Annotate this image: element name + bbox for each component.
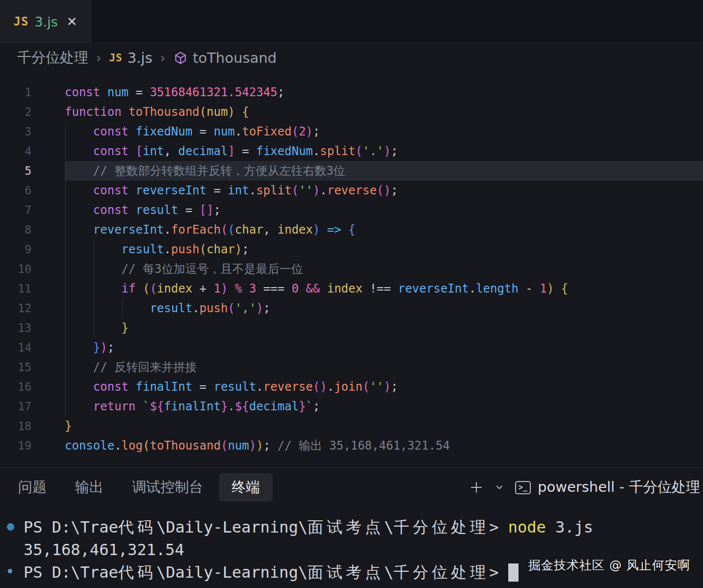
- code-line[interactable]: 11 if ((index + 1) % 3 === 0 && index !=…: [0, 279, 703, 298]
- code-line[interactable]: 19console.log(toThousand(num)); // 输出 35…: [0, 436, 703, 455]
- line-number: 14: [0, 338, 31, 357]
- tab-filename: 3.js: [34, 14, 57, 29]
- code-line-content[interactable]: });: [65, 338, 703, 357]
- code-line[interactable]: 9 result.push(char);: [0, 240, 703, 259]
- code-line[interactable]: 13 }: [0, 318, 703, 338]
- code-line[interactable]: 4 const [int, decimal] = fixedNum.split(…: [0, 141, 703, 161]
- code-line[interactable]: 6 const reverseInt = int.split('').rever…: [0, 181, 703, 200]
- terminal-line: PS D:\Trae代码\Daily-Learning\面试考点\千分位处理> …: [24, 516, 703, 538]
- code-line[interactable]: 7 const result = [];: [0, 200, 703, 220]
- code-line[interactable]: 17 return `${finalInt}.${decimal}`;: [0, 397, 703, 416]
- code-line-content[interactable]: // 反转回来并拼接: [65, 357, 703, 377]
- tab-3js[interactable]: JS 3.js ✕: [0, 0, 91, 43]
- chevron-right-icon: ›: [96, 51, 101, 65]
- line-number: 13: [0, 318, 31, 338]
- line-number: 3: [0, 122, 31, 141]
- close-icon[interactable]: ✕: [67, 14, 78, 29]
- panel-tab-1[interactable]: 问题: [17, 473, 48, 502]
- code-line-content[interactable]: console.log(toThousand(num)); // 输出 35,1…: [65, 436, 703, 455]
- terminal-output[interactable]: PS D:\Trae代码\Daily-Learning\面试考点\千分位处理> …: [24, 507, 703, 588]
- code-line-content[interactable]: // 每3位加逗号，且不是最后一位: [65, 259, 703, 279]
- code-line[interactable]: 1const num = 35168461321.542345;: [0, 82, 703, 102]
- code-line-content[interactable]: const [int, decimal] = fixedNum.split('.…: [65, 141, 703, 161]
- breadcrumb-symbol[interactable]: toThousand: [193, 50, 277, 66]
- indent-guide: [94, 240, 94, 338]
- breadcrumb: 千分位处理 › JS 3.js › toThousand: [0, 43, 703, 73]
- code-line[interactable]: 10 // 每3位加逗号，且不是最后一位: [0, 259, 703, 279]
- line-number: 1: [0, 82, 31, 102]
- js-file-icon: JS: [13, 15, 28, 28]
- line-number: 10: [0, 259, 31, 279]
- tab-strip-empty: [91, 0, 703, 43]
- code-line[interactable]: 16 const finalInt = result.reverse().joi…: [0, 377, 703, 397]
- code-line[interactable]: 14 });: [0, 338, 703, 357]
- code-line-content[interactable]: const finalInt = result.reverse().join('…: [65, 377, 703, 397]
- code-line[interactable]: 5 // 整数部分转数组并反转，方便从左往右数3位: [0, 161, 703, 181]
- line-number: 8: [0, 220, 31, 240]
- code-line-content[interactable]: result.push(',');: [65, 298, 703, 318]
- code-line-content[interactable]: }: [65, 318, 703, 338]
- terminal-session-label[interactable]: powershell - 千分位处理: [538, 478, 700, 497]
- code-line[interactable]: 8 reverseInt.forEach((char, index) => {: [0, 220, 703, 240]
- code-line-content[interactable]: function toThousand(num) {: [65, 102, 703, 122]
- terminal-icon: >_: [515, 481, 531, 494]
- code-line-content[interactable]: const result = [];: [65, 200, 703, 220]
- line-number: 19: [0, 436, 31, 455]
- editor-window: JS 3.js ✕ 千分位处理 › JS 3.js › toThousand 1…: [0, 0, 703, 588]
- line-number: 4: [0, 141, 31, 161]
- line-number: 16: [0, 377, 31, 397]
- line-number: 15: [0, 357, 31, 377]
- code-line-content[interactable]: const num = 35168461321.542345;: [65, 82, 703, 102]
- line-number: 7: [0, 200, 31, 220]
- code-line-content[interactable]: result.push(char);: [65, 240, 703, 259]
- line-number: 17: [0, 397, 31, 416]
- line-number: 6: [0, 181, 31, 200]
- panel-header: 问题输出调试控制台终端 >_ powershell - 千分位处理: [0, 468, 703, 507]
- code-line-content[interactable]: }: [65, 416, 703, 436]
- terminal-cursor: [508, 563, 519, 582]
- line-number: 5: [0, 161, 31, 181]
- new-terminal-button[interactable]: [469, 480, 484, 495]
- code-line-content[interactable]: return `${finalInt}.${decimal}`;: [65, 397, 703, 416]
- line-number: 9: [0, 240, 31, 259]
- line-number: 18: [0, 416, 31, 436]
- command-decoration-icon: [7, 523, 14, 531]
- breadcrumb-file[interactable]: 3.js: [128, 50, 153, 66]
- panel-tab-2[interactable]: 输出: [74, 473, 104, 502]
- code-line-content[interactable]: const fixedNum = num.toFixed(2);: [65, 122, 703, 141]
- code-line[interactable]: 3 const fixedNum = num.toFixed(2);: [0, 122, 703, 141]
- indent-guide: [122, 298, 123, 318]
- code-line[interactable]: 15 // 反转回来并拼接: [0, 357, 703, 377]
- code-line[interactable]: 18}: [0, 416, 703, 436]
- chevron-right-icon: ›: [160, 51, 165, 65]
- chevron-down-icon[interactable]: [495, 482, 504, 492]
- line-number: 12: [0, 298, 31, 318]
- code-line[interactable]: 12 result.push(',');: [0, 298, 703, 318]
- js-file-icon: JS: [109, 52, 122, 64]
- breadcrumb-folder[interactable]: 千分位处理: [17, 48, 88, 68]
- line-number: 11: [0, 279, 31, 298]
- code-line-content[interactable]: // 整数部分转数组并反转，方便从左往右数3位: [65, 161, 703, 181]
- code-line-content[interactable]: if ((index + 1) % 3 === 0 && index !== r…: [65, 279, 703, 298]
- panel-actions: >_ powershell - 千分位处理: [469, 478, 703, 497]
- panel-tab-3[interactable]: 调试控制台: [131, 473, 204, 502]
- command-decoration-icon: [8, 569, 12, 573]
- watermark: 掘金技术社区 @ 风止何安啊: [528, 557, 690, 573]
- line-number: 2: [0, 102, 31, 122]
- indent-guide: [65, 122, 66, 416]
- panel-tab-4[interactable]: 终端: [219, 473, 273, 502]
- symbol-function-icon: [173, 51, 188, 65]
- code-line[interactable]: 2function toThousand(num) {: [0, 102, 703, 122]
- code-line-content[interactable]: const reverseInt = int.split('').reverse…: [65, 181, 703, 200]
- code-editor[interactable]: 1const num = 35168461321.542345;2functio…: [0, 73, 703, 467]
- code-line-content[interactable]: reverseInt.forEach((char, index) => {: [65, 220, 703, 240]
- tab-bar: JS 3.js ✕: [0, 0, 703, 43]
